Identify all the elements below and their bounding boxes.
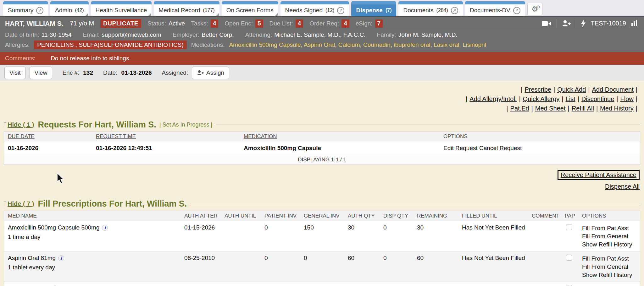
pap-checkbox[interactable] xyxy=(566,255,572,261)
tab-settings-button[interactable]: ⚙⚙ xyxy=(527,3,542,15)
list-link[interactable]: List xyxy=(566,95,575,102)
open-new-window-icon[interactable]: ↗ xyxy=(451,7,458,14)
section-corner xyxy=(4,202,6,206)
prescribe-link[interactable]: Prescribe xyxy=(525,86,551,93)
tab-health-surveillance[interactable]: Health Surveillance xyxy=(91,1,152,16)
tab-label: Documents-DV xyxy=(470,7,510,14)
set-in-progress-link[interactable]: Set As In Progress xyxy=(162,121,209,128)
quick-add-link[interactable]: Quick Add xyxy=(557,86,586,93)
bar-chart-icon[interactable] xyxy=(631,19,639,27)
patient-inv-header[interactable]: PATIENT INV xyxy=(261,213,300,219)
duplicate-badge[interactable]: DUPLICATE xyxy=(100,19,141,28)
medication-link[interactable]: Coumadin xyxy=(363,41,394,48)
encounter-toolbar: Visit View Enc #: 132 Date: 01-13-2026 A… xyxy=(0,65,644,81)
discontinue-link[interactable]: Discontinue xyxy=(581,95,614,102)
order-req-count-badge[interactable]: 4 xyxy=(341,19,349,28)
info-icon[interactable]: i xyxy=(58,255,64,261)
receive-patient-assistance-link[interactable]: Receive Patient Assistance xyxy=(561,171,636,178)
show-refill-history-link[interactable]: Show Refill History xyxy=(582,240,640,249)
medication-link[interactable]: Lasix oral xyxy=(434,41,463,48)
due-date-header[interactable]: DUE DATE xyxy=(4,133,92,140)
tasks-count-badge[interactable]: 4 xyxy=(211,19,219,28)
pat-ed-link[interactable]: Pat.Ed xyxy=(510,105,529,112)
med-sheet-link[interactable]: Med Sheet xyxy=(535,105,566,112)
tab-on-screen-forms[interactable]: On Screen Forms xyxy=(222,1,278,16)
medication-link[interactable]: Amoxicillin 500mg Capsule xyxy=(229,41,304,48)
tab-label: Summary xyxy=(8,7,33,14)
view-button[interactable]: View xyxy=(30,67,53,79)
add-person-icon[interactable] xyxy=(562,20,571,27)
tab-medical-record[interactable]: Medical Record(177) xyxy=(154,1,219,16)
order-req-label: Order Req: xyxy=(309,20,339,27)
open-new-window-icon[interactable]: ↗ xyxy=(36,7,43,14)
open-new-window-icon[interactable]: ↗ xyxy=(513,7,520,14)
filled-until-cell: Has Not Yet Been Filled xyxy=(458,255,528,262)
fill-from-general-link[interactable]: Fill From General xyxy=(582,263,640,271)
pap-header: PAP xyxy=(561,213,578,219)
video-camera-icon[interactable] xyxy=(542,20,552,27)
cancel-request-link[interactable]: Cancel Request xyxy=(479,145,522,151)
open-enc-count-badge[interactable]: 5 xyxy=(255,19,263,28)
tab-label: On Screen Forms xyxy=(226,7,274,14)
assign-button[interactable]: Assign xyxy=(192,67,229,79)
medication-link[interactable]: Aspirin Oral xyxy=(304,41,338,48)
gear-small-icon: ⚙ xyxy=(536,4,540,9)
med-name-header[interactable]: MED NAME xyxy=(4,213,180,219)
tab-needs-signed[interactable]: Needs Signed(12)↗ xyxy=(280,1,349,16)
allergies-badge[interactable]: PENICILLINS , SULFA(SULFONAMIDE ANTIBIOT… xyxy=(34,40,187,49)
action-links-row-3: Pat.EdMed SheetRefill AllMed History xyxy=(0,104,640,113)
medication-link[interactable]: Lisinopril xyxy=(463,41,486,48)
show-refill-history-link[interactable]: Show Refill History xyxy=(582,271,640,279)
due-list-group: Due List: 4 xyxy=(269,19,303,28)
prescription-action-links: PrescribeQuick AddAdd Document Add Aller… xyxy=(0,85,644,113)
tab-admin[interactable]: Admin(42) xyxy=(50,1,88,16)
medication-header[interactable]: MEDICATION xyxy=(240,133,440,140)
patient-name-row: HART, WILLIAM S. 71 y/o M DUPLICATE Stat… xyxy=(0,17,644,30)
flow-link[interactable]: Flow xyxy=(620,95,634,102)
auth-after-cell: 01-15-2026 xyxy=(180,224,221,231)
info-icon[interactable]: i xyxy=(102,225,108,231)
esign-group: eSign: 7 xyxy=(356,19,383,28)
add-allergy-link[interactable]: Add Allergy/Intol. xyxy=(469,95,517,102)
tab-dispense-active[interactable]: Dispense(7) xyxy=(351,1,396,16)
med-history-link[interactable]: Med History xyxy=(600,105,634,112)
fill-from-pat-asst-link[interactable]: Fill From Pat Asst xyxy=(582,224,640,232)
tasks-label: Tasks: xyxy=(191,20,208,27)
medication-link[interactable]: Calcium xyxy=(338,41,363,48)
visit-button[interactable]: Visit xyxy=(4,67,26,79)
enc-number-label: Enc #: xyxy=(62,69,79,76)
edit-request-link[interactable]: Edit Request xyxy=(443,145,478,151)
fill-from-general-link[interactable]: Fill From General xyxy=(582,232,640,240)
due-date-cell: 01-16-2026 xyxy=(4,145,92,152)
med-sig: 1 time a day xyxy=(8,234,180,240)
requests-section: Hide ( 1 ) Requests For Hart, William S.… xyxy=(0,120,644,165)
action-links-row-2: Add Allergy/Intol.Quick AllergyListDisco… xyxy=(0,94,640,104)
fill-from-pat-asst-link[interactable]: Fill From Pat Asst xyxy=(582,255,640,263)
add-document-link[interactable]: Add Document xyxy=(592,86,634,93)
requests-hide-link[interactable]: Hide ( 1 ) xyxy=(8,121,34,128)
dispense-all-link[interactable]: Dispense All xyxy=(605,183,640,190)
auth-until-header[interactable]: AUTH UNTIL xyxy=(221,213,261,219)
assigned-label: Assigned: xyxy=(162,69,188,76)
lightning-bolt-icon[interactable] xyxy=(581,19,586,27)
patient-age-sex: 71 y/o M xyxy=(70,20,94,27)
due-list-count-badge[interactable]: 4 xyxy=(296,19,303,28)
tab-summary[interactable]: Summary↗ xyxy=(3,1,48,16)
med-name-cell: Aspirin Oral 81mgi 1 tablet every day xyxy=(4,255,180,271)
dob-value: 11-30-1954 xyxy=(42,31,72,38)
pap-checkbox[interactable] xyxy=(566,224,572,230)
medication-link[interactable]: ibuprofen oral xyxy=(394,41,434,48)
request-time-header[interactable]: REQUEST TIME xyxy=(92,133,240,140)
tab-documents[interactable]: Documents(284)↗ xyxy=(398,1,463,16)
general-inv-header[interactable]: GENERAL INV xyxy=(300,213,344,219)
refill-all-link[interactable]: Refill All xyxy=(572,105,594,112)
request-row: 01-16-2026 01-16-2026 12:49:51 Amoxicill… xyxy=(4,141,640,155)
esign-count-badge[interactable]: 7 xyxy=(375,19,383,28)
comments-text: Do not release info to siblings. xyxy=(51,55,131,62)
tab-documents-dv[interactable]: Documents-DV↗ xyxy=(465,1,525,16)
fill-hide-link[interactable]: Hide ( 7 ) xyxy=(8,200,34,208)
auth-after-header[interactable]: AUTH AFTER xyxy=(180,213,221,219)
quick-allergy-link[interactable]: Quick Allergy xyxy=(523,95,560,102)
patient-header-icons: TEST-10019 xyxy=(542,19,639,28)
open-new-window-icon[interactable]: ↗ xyxy=(337,7,344,14)
